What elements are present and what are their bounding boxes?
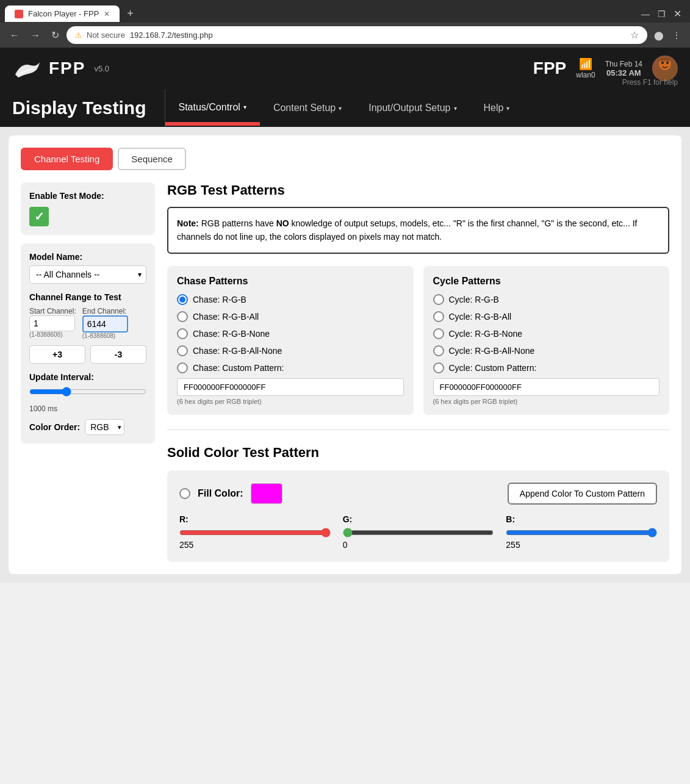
red-channel: R: 255 xyxy=(179,514,331,550)
chase-custom-input[interactable] xyxy=(177,378,404,396)
hostname-label: FPP xyxy=(533,59,566,78)
reload-btn[interactable]: ↻ xyxy=(48,27,63,43)
address-star-icon: ☆ xyxy=(630,29,639,41)
append-color-btn[interactable]: Append Color To Custom Pattern xyxy=(508,483,657,505)
cycle-rgb-option[interactable]: Cycle: R-G-B xyxy=(433,294,660,305)
fill-color-label: Fill Color: xyxy=(198,488,243,499)
cycle-rgb-radio[interactable] xyxy=(433,294,444,305)
back-btn[interactable]: ← xyxy=(6,27,23,43)
cycle-rgb-all-radio[interactable] xyxy=(433,311,444,322)
tab-favicon xyxy=(15,10,23,18)
window-restore-btn[interactable]: ❐ xyxy=(653,7,669,21)
cycle-patterns-box: Cycle Patterns Cycle: R-G-B Cycle: R-G-B… xyxy=(423,266,670,415)
browser-tab[interactable]: Falcon Player - FPP ✕ xyxy=(5,5,120,22)
inc-dec-row: +3 -3 xyxy=(29,345,146,364)
update-interval-section: Update Interval: 1000 ms xyxy=(29,372,146,413)
app-logo: FPP v5.0 xyxy=(12,56,109,81)
browser-actions: ⬤ ⋮ xyxy=(651,28,684,43)
no-label: NO xyxy=(276,218,289,228)
right-panel: RGB Test Patterns Note: RGB patterns hav… xyxy=(167,182,669,562)
chase-rgb-all-none-option[interactable]: Chase: R-G-B-All-None xyxy=(177,345,404,356)
chase-custom-option[interactable]: Chase: Custom Pattern: xyxy=(177,362,404,373)
extensions-btn[interactable]: ⬤ xyxy=(651,28,667,43)
green-channel: G: 0 xyxy=(343,514,494,550)
network-label: wlan0 xyxy=(576,71,595,79)
chase-rgb-none-option[interactable]: Chase: R-G-B-None xyxy=(177,328,404,339)
time-label: 05:32 AM xyxy=(605,68,642,77)
color-order-select[interactable]: RGB xyxy=(85,419,124,435)
nav-content-setup[interactable]: Content Setup ▾ xyxy=(260,91,355,126)
cycle-rgb-none-radio[interactable] xyxy=(433,328,444,339)
cycle-rgb-none-option[interactable]: Cycle: R-G-B-None xyxy=(433,328,660,339)
menu-btn[interactable]: ⋮ xyxy=(669,28,684,43)
chase-rgb-none-radio[interactable] xyxy=(177,328,188,339)
blue-channel: B: 255 xyxy=(506,514,657,550)
end-channel-input[interactable] xyxy=(82,315,128,333)
model-name-label: Model Name: xyxy=(29,252,146,262)
cycle-custom-input[interactable] xyxy=(433,378,660,396)
b-slider[interactable] xyxy=(506,528,657,538)
chase-rgb-all-option[interactable]: Chase: R-G-B-All xyxy=(177,311,404,322)
interval-ms-label: 1000 ms xyxy=(29,405,57,413)
nav-io-setup[interactable]: Input/Output Setup ▾ xyxy=(355,91,470,126)
tab-channel-testing[interactable]: Channel Testing xyxy=(21,148,113,170)
cycle-hex-hint: (6 hex digits per RGB triplet) xyxy=(433,398,660,405)
chase-rgb-radio[interactable] xyxy=(177,294,188,305)
increment-btn[interactable]: +3 xyxy=(29,345,85,364)
cycle-custom-option[interactable]: Cycle: Custom Pattern: xyxy=(433,362,660,373)
r-slider[interactable] xyxy=(179,528,331,538)
fill-color-radio[interactable] xyxy=(179,488,190,499)
start-channel-input[interactable] xyxy=(29,315,75,331)
browser-chrome: Falcon Player - FPP ✕ + — ❐ ✕ ← → ↻ ⚠ No… xyxy=(0,0,690,48)
color-order-row: Color Order: RGB ▾ xyxy=(29,419,146,435)
solid-color-title: Solid Color Test Pattern xyxy=(167,445,669,461)
tab-bar: Falcon Player - FPP ✕ + — ❐ ✕ xyxy=(0,0,690,23)
chase-rgb-option[interactable]: Chase: R-G-B xyxy=(177,294,404,305)
color-order-select-wrapper: RGB ▾ xyxy=(85,419,124,435)
logo-bird-icon xyxy=(12,56,43,81)
decrement-btn[interactable]: -3 xyxy=(90,345,146,364)
end-channel-label: End Channel: xyxy=(82,307,128,315)
note-label: Note: xyxy=(177,218,199,228)
solid-color-box: Fill Color: Append Color To Custom Patte… xyxy=(167,470,669,562)
fill-color-swatch[interactable] xyxy=(251,483,282,504)
chase-patterns-box: Chase Patterns Chase: R-G-B Chase: R-G-B… xyxy=(167,266,414,415)
g-value: 0 xyxy=(343,540,348,550)
r-label: R: xyxy=(179,514,331,524)
cycle-custom-radio[interactable] xyxy=(433,362,444,373)
nav-help[interactable]: Help ▾ xyxy=(470,91,523,126)
tab-sequence[interactable]: Sequence xyxy=(118,148,186,170)
cycle-patterns-title: Cycle Patterns xyxy=(433,276,660,287)
svg-point-3 xyxy=(661,62,664,64)
chase-rgb-all-none-radio[interactable] xyxy=(177,345,188,356)
g-label: G: xyxy=(343,514,494,524)
interval-slider[interactable] xyxy=(29,387,146,397)
main-nav: Status/Control ▾ Content Setup ▾ Input/O… xyxy=(165,91,523,126)
window-close-btn[interactable]: ✕ xyxy=(669,7,685,21)
enable-test-checkbox[interactable]: ✓ xyxy=(29,207,49,226)
forward-btn[interactable]: → xyxy=(27,27,44,43)
network-icon: 📶 xyxy=(576,57,595,71)
section-divider xyxy=(167,430,669,430)
b-label: B: xyxy=(506,514,657,524)
color-order-label: Color Order: xyxy=(29,422,80,432)
address-bar[interactable]: ⚠ Not secure 192.168.7.2/testing.php ☆ xyxy=(66,26,647,44)
datetime-info: Thu Feb 14 05:32 AM xyxy=(605,60,642,77)
chase-patterns-title: Chase Patterns xyxy=(177,276,404,287)
cycle-rgb-all-none-radio[interactable] xyxy=(433,345,444,356)
end-channel-hint: (1-8388608) xyxy=(82,333,128,339)
g-slider[interactable] xyxy=(343,528,494,538)
cycle-rgb-all-option[interactable]: Cycle: R-G-B-All xyxy=(433,311,660,322)
new-tab-btn[interactable]: + xyxy=(122,5,138,23)
tab-close-btn[interactable]: ✕ xyxy=(104,10,110,18)
cycle-rgb-all-none-option[interactable]: Cycle: R-G-B-All-None xyxy=(433,345,660,356)
window-minimize-btn[interactable]: — xyxy=(638,7,653,21)
network-info: 📶 wlan0 xyxy=(576,57,595,79)
nav-bar: Display Testing Status/Control ▾ Content… xyxy=(0,89,690,127)
two-column-layout: Enable Test Mode: ✓ Model Name: -- All C… xyxy=(21,182,669,562)
chase-rgb-all-radio[interactable] xyxy=(177,311,188,322)
model-name-select[interactable]: -- All Channels -- xyxy=(29,265,146,284)
nav-status-control[interactable]: Status/Control ▾ xyxy=(165,91,260,126)
update-interval-label: Update Interval: xyxy=(29,372,94,382)
chase-custom-radio[interactable] xyxy=(177,362,188,373)
